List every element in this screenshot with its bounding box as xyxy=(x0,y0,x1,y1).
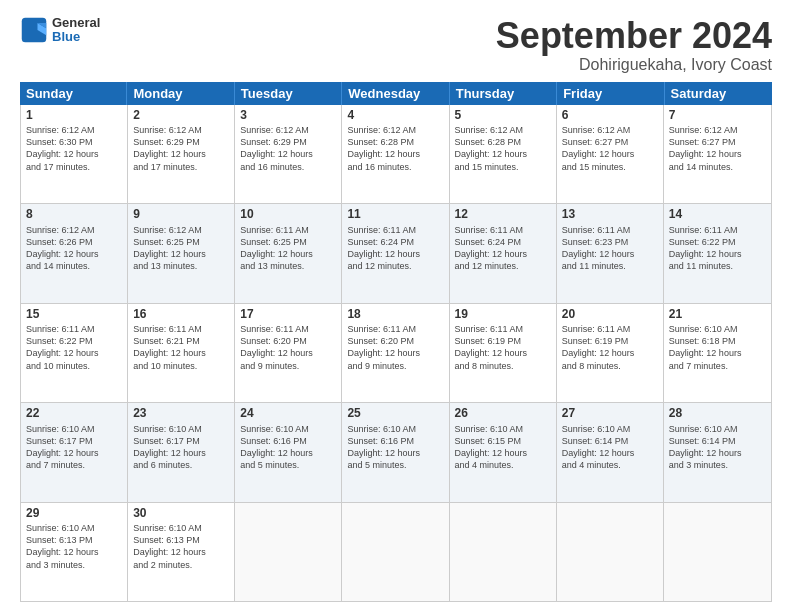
day-info: Sunrise: 6:12 AM Sunset: 6:28 PM Dayligh… xyxy=(455,124,551,173)
calendar-cell: 20Sunrise: 6:11 AM Sunset: 6:19 PM Dayli… xyxy=(557,304,664,402)
day-number: 10 xyxy=(240,207,336,223)
header-day-tuesday: Tuesday xyxy=(235,82,342,105)
day-info: Sunrise: 6:11 AM Sunset: 6:25 PM Dayligh… xyxy=(240,224,336,273)
logo-text: General Blue xyxy=(52,16,100,45)
calendar-cell xyxy=(235,503,342,601)
calendar-row-5: 29Sunrise: 6:10 AM Sunset: 6:13 PM Dayli… xyxy=(21,503,771,601)
logo: General Blue xyxy=(20,16,100,45)
day-info: Sunrise: 6:12 AM Sunset: 6:29 PM Dayligh… xyxy=(133,124,229,173)
calendar: SundayMondayTuesdayWednesdayThursdayFrid… xyxy=(20,82,772,602)
day-info: Sunrise: 6:10 AM Sunset: 6:15 PM Dayligh… xyxy=(455,423,551,472)
calendar-cell: 25Sunrise: 6:10 AM Sunset: 6:16 PM Dayli… xyxy=(342,403,449,501)
day-number: 5 xyxy=(455,108,551,124)
day-info: Sunrise: 6:12 AM Sunset: 6:25 PM Dayligh… xyxy=(133,224,229,273)
day-number: 9 xyxy=(133,207,229,223)
day-number: 7 xyxy=(669,108,766,124)
day-info: Sunrise: 6:11 AM Sunset: 6:20 PM Dayligh… xyxy=(347,323,443,372)
calendar-cell: 19Sunrise: 6:11 AM Sunset: 6:19 PM Dayli… xyxy=(450,304,557,402)
calendar-cell: 24Sunrise: 6:10 AM Sunset: 6:16 PM Dayli… xyxy=(235,403,342,501)
day-number: 8 xyxy=(26,207,122,223)
day-info: Sunrise: 6:10 AM Sunset: 6:16 PM Dayligh… xyxy=(240,423,336,472)
calendar-cell: 5Sunrise: 6:12 AM Sunset: 6:28 PM Daylig… xyxy=(450,105,557,203)
day-info: Sunrise: 6:11 AM Sunset: 6:21 PM Dayligh… xyxy=(133,323,229,372)
calendar-row-2: 8Sunrise: 6:12 AM Sunset: 6:26 PM Daylig… xyxy=(21,204,771,303)
calendar-cell: 13Sunrise: 6:11 AM Sunset: 6:23 PM Dayli… xyxy=(557,204,664,302)
day-number: 12 xyxy=(455,207,551,223)
day-number: 21 xyxy=(669,307,766,323)
day-info: Sunrise: 6:10 AM Sunset: 6:13 PM Dayligh… xyxy=(26,522,122,571)
day-number: 19 xyxy=(455,307,551,323)
calendar-cell: 15Sunrise: 6:11 AM Sunset: 6:22 PM Dayli… xyxy=(21,304,128,402)
calendar-cell: 21Sunrise: 6:10 AM Sunset: 6:18 PM Dayli… xyxy=(664,304,771,402)
calendar-cell: 9Sunrise: 6:12 AM Sunset: 6:25 PM Daylig… xyxy=(128,204,235,302)
calendar-cell: 11Sunrise: 6:11 AM Sunset: 6:24 PM Dayli… xyxy=(342,204,449,302)
calendar-cell: 14Sunrise: 6:11 AM Sunset: 6:22 PM Dayli… xyxy=(664,204,771,302)
day-info: Sunrise: 6:11 AM Sunset: 6:22 PM Dayligh… xyxy=(669,224,766,273)
header-day-friday: Friday xyxy=(557,82,664,105)
header-day-saturday: Saturday xyxy=(665,82,772,105)
day-info: Sunrise: 6:11 AM Sunset: 6:19 PM Dayligh… xyxy=(455,323,551,372)
day-number: 6 xyxy=(562,108,658,124)
day-info: Sunrise: 6:10 AM Sunset: 6:17 PM Dayligh… xyxy=(26,423,122,472)
calendar-cell: 17Sunrise: 6:11 AM Sunset: 6:20 PM Dayli… xyxy=(235,304,342,402)
day-info: Sunrise: 6:11 AM Sunset: 6:20 PM Dayligh… xyxy=(240,323,336,372)
calendar-cell: 22Sunrise: 6:10 AM Sunset: 6:17 PM Dayli… xyxy=(21,403,128,501)
day-number: 13 xyxy=(562,207,658,223)
day-info: Sunrise: 6:10 AM Sunset: 6:16 PM Dayligh… xyxy=(347,423,443,472)
subtitle: Dohiriguekaha, Ivory Coast xyxy=(496,56,772,74)
day-number: 27 xyxy=(562,406,658,422)
header-day-monday: Monday xyxy=(127,82,234,105)
calendar-cell xyxy=(342,503,449,601)
calendar-cell: 16Sunrise: 6:11 AM Sunset: 6:21 PM Dayli… xyxy=(128,304,235,402)
day-number: 18 xyxy=(347,307,443,323)
calendar-cell: 18Sunrise: 6:11 AM Sunset: 6:20 PM Dayli… xyxy=(342,304,449,402)
day-number: 15 xyxy=(26,307,122,323)
day-number: 3 xyxy=(240,108,336,124)
day-number: 11 xyxy=(347,207,443,223)
main-title: September 2024 xyxy=(496,16,772,56)
calendar-row-1: 1Sunrise: 6:12 AM Sunset: 6:30 PM Daylig… xyxy=(21,105,771,204)
calendar-cell: 26Sunrise: 6:10 AM Sunset: 6:15 PM Dayli… xyxy=(450,403,557,501)
calendar-cell: 30Sunrise: 6:10 AM Sunset: 6:13 PM Dayli… xyxy=(128,503,235,601)
day-info: Sunrise: 6:12 AM Sunset: 6:27 PM Dayligh… xyxy=(562,124,658,173)
day-info: Sunrise: 6:12 AM Sunset: 6:26 PM Dayligh… xyxy=(26,224,122,273)
day-info: Sunrise: 6:11 AM Sunset: 6:24 PM Dayligh… xyxy=(347,224,443,273)
day-number: 30 xyxy=(133,506,229,522)
day-info: Sunrise: 6:10 AM Sunset: 6:13 PM Dayligh… xyxy=(133,522,229,571)
day-number: 16 xyxy=(133,307,229,323)
day-number: 4 xyxy=(347,108,443,124)
day-number: 14 xyxy=(669,207,766,223)
calendar-cell: 27Sunrise: 6:10 AM Sunset: 6:14 PM Dayli… xyxy=(557,403,664,501)
calendar-row-4: 22Sunrise: 6:10 AM Sunset: 6:17 PM Dayli… xyxy=(21,403,771,502)
day-info: Sunrise: 6:11 AM Sunset: 6:19 PM Dayligh… xyxy=(562,323,658,372)
calendar-cell xyxy=(450,503,557,601)
calendar-cell: 12Sunrise: 6:11 AM Sunset: 6:24 PM Dayli… xyxy=(450,204,557,302)
day-info: Sunrise: 6:11 AM Sunset: 6:24 PM Dayligh… xyxy=(455,224,551,273)
calendar-row-3: 15Sunrise: 6:11 AM Sunset: 6:22 PM Dayli… xyxy=(21,304,771,403)
calendar-cell: 28Sunrise: 6:10 AM Sunset: 6:14 PM Dayli… xyxy=(664,403,771,501)
day-number: 23 xyxy=(133,406,229,422)
title-section: September 2024 Dohiriguekaha, Ivory Coas… xyxy=(496,16,772,74)
page: General Blue September 2024 Dohiriguekah… xyxy=(0,0,792,612)
day-info: Sunrise: 6:11 AM Sunset: 6:23 PM Dayligh… xyxy=(562,224,658,273)
calendar-cell: 4Sunrise: 6:12 AM Sunset: 6:28 PM Daylig… xyxy=(342,105,449,203)
day-number: 24 xyxy=(240,406,336,422)
day-number: 20 xyxy=(562,307,658,323)
day-info: Sunrise: 6:11 AM Sunset: 6:22 PM Dayligh… xyxy=(26,323,122,372)
calendar-cell: 10Sunrise: 6:11 AM Sunset: 6:25 PM Dayli… xyxy=(235,204,342,302)
calendar-cell: 29Sunrise: 6:10 AM Sunset: 6:13 PM Dayli… xyxy=(21,503,128,601)
day-number: 28 xyxy=(669,406,766,422)
calendar-cell: 6Sunrise: 6:12 AM Sunset: 6:27 PM Daylig… xyxy=(557,105,664,203)
day-info: Sunrise: 6:10 AM Sunset: 6:14 PM Dayligh… xyxy=(562,423,658,472)
day-info: Sunrise: 6:12 AM Sunset: 6:27 PM Dayligh… xyxy=(669,124,766,173)
calendar-cell xyxy=(557,503,664,601)
day-number: 29 xyxy=(26,506,122,522)
top-section: General Blue September 2024 Dohiriguekah… xyxy=(20,16,772,74)
calendar-cell: 8Sunrise: 6:12 AM Sunset: 6:26 PM Daylig… xyxy=(21,204,128,302)
header-day-wednesday: Wednesday xyxy=(342,82,449,105)
calendar-cell: 1Sunrise: 6:12 AM Sunset: 6:30 PM Daylig… xyxy=(21,105,128,203)
day-number: 26 xyxy=(455,406,551,422)
calendar-cell: 7Sunrise: 6:12 AM Sunset: 6:27 PM Daylig… xyxy=(664,105,771,203)
day-info: Sunrise: 6:12 AM Sunset: 6:30 PM Dayligh… xyxy=(26,124,122,173)
day-number: 2 xyxy=(133,108,229,124)
